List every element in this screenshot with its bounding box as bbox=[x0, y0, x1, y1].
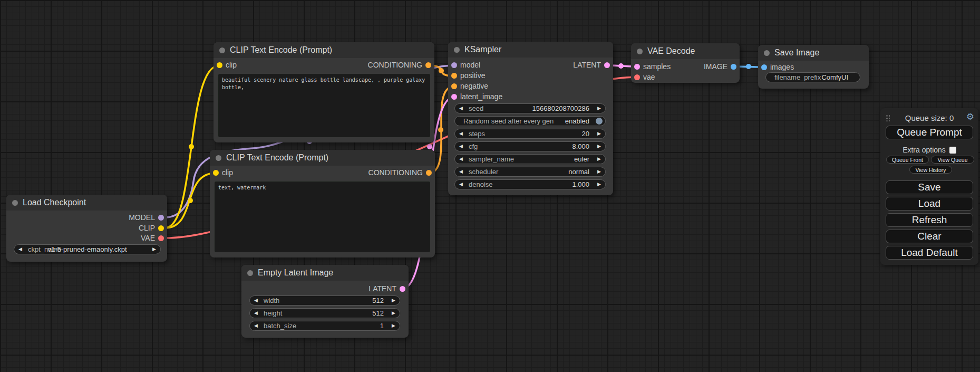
widget-label: scheduler bbox=[469, 167, 498, 176]
decrement-arrow-icon[interactable]: ◀ bbox=[459, 180, 463, 189]
decrement-arrow-icon[interactable]: ◀ bbox=[459, 155, 463, 164]
link-midpoint-dot[interactable] bbox=[746, 64, 751, 69]
collapse-dot-icon[interactable] bbox=[454, 47, 460, 53]
collapse-dot-icon[interactable] bbox=[216, 155, 221, 161]
increment-arrow-icon[interactable]: ▶ bbox=[597, 104, 601, 113]
node-title-bar[interactable]: Empty Latent Image bbox=[241, 265, 409, 281]
widget-sampler-name[interactable]: ◀ sampler_name euler ▶ bbox=[454, 154, 606, 164]
node-title-bar[interactable]: Load Checkpoint bbox=[6, 195, 167, 211]
output-port-vae[interactable] bbox=[158, 235, 164, 241]
node-load-checkpoint[interactable]: Load Checkpoint MODEL CLIP VAE ◀ ckpt_na… bbox=[6, 195, 167, 262]
node-title-bar[interactable]: CLIP Text Encode (Prompt) bbox=[210, 150, 435, 166]
widget-steps[interactable]: ◀ steps 20 ▶ bbox=[454, 129, 606, 139]
node-title-bar[interactable]: CLIP Text Encode (Prompt) bbox=[214, 42, 434, 58]
gear-icon[interactable]: ⚙ bbox=[966, 111, 974, 122]
output-label-vae: VAE bbox=[141, 235, 155, 242]
collapse-dot-icon[interactable] bbox=[247, 270, 253, 276]
increment-arrow-icon[interactable]: ▶ bbox=[392, 296, 395, 305]
node-clip-text-encode-positive[interactable]: CLIP Text Encode (Prompt) clip CONDITION… bbox=[214, 42, 434, 142]
link-midpoint-dot[interactable] bbox=[438, 127, 443, 132]
node-graph-canvas[interactable]: Load Checkpoint MODEL CLIP VAE ◀ ckpt_na… bbox=[0, 0, 980, 372]
output-port-clip[interactable] bbox=[158, 225, 164, 231]
increment-arrow-icon[interactable]: ▶ bbox=[597, 167, 601, 176]
link-midpoint-dot[interactable] bbox=[189, 144, 194, 149]
widget-width[interactable]: ◀ width 512 ▶ bbox=[249, 295, 400, 306]
node-title: VAE Decode bbox=[647, 46, 695, 56]
output-port-model[interactable] bbox=[158, 215, 164, 221]
input-port-negative[interactable] bbox=[451, 83, 457, 89]
link-midpoint-dot[interactable] bbox=[618, 63, 624, 69]
extra-options-label: Extra options bbox=[903, 146, 946, 154]
extra-options-checkbox[interactable] bbox=[949, 147, 956, 154]
node-title-bar[interactable]: VAE Decode bbox=[631, 43, 740, 59]
widget-ckpt-name[interactable]: ◀ ckpt_name v1-5-pruned-emaonly.ckpt ▶ bbox=[14, 244, 161, 254]
link-midpoint-dot[interactable] bbox=[427, 144, 432, 149]
decrement-arrow-icon[interactable]: ◀ bbox=[254, 321, 258, 330]
collapse-dot-icon[interactable] bbox=[12, 200, 18, 206]
decrement-arrow-icon[interactable]: ◀ bbox=[459, 129, 463, 138]
collapse-dot-icon[interactable] bbox=[637, 49, 643, 54]
widget-denoise[interactable]: ◀ denoise 1.000 ▶ bbox=[454, 179, 606, 189]
input-port-samples[interactable] bbox=[634, 64, 640, 70]
widget-seed[interactable]: ◀ seed 156680208700286 ▶ bbox=[454, 103, 606, 113]
input-port-images[interactable] bbox=[761, 64, 767, 70]
decrement-arrow-icon[interactable]: ◀ bbox=[459, 104, 463, 113]
node-title-bar[interactable]: KSampler bbox=[448, 42, 613, 58]
node-clip-text-encode-negative[interactable]: CLIP Text Encode (Prompt) clip CONDITION… bbox=[210, 150, 435, 257]
output-port-conditioning[interactable] bbox=[426, 170, 432, 176]
output-port-conditioning[interactable] bbox=[425, 62, 431, 68]
increment-arrow-icon[interactable]: ▶ bbox=[597, 180, 601, 189]
collapse-dot-icon[interactable] bbox=[764, 50, 770, 56]
prompt-textarea[interactable]: beautiful scenery nature glass bottle la… bbox=[218, 74, 430, 137]
refresh-button[interactable]: Refresh bbox=[886, 213, 973, 227]
input-port-model[interactable] bbox=[451, 62, 457, 68]
increment-arrow-icon[interactable]: ▶ bbox=[152, 245, 156, 254]
link-midpoint-dot[interactable] bbox=[188, 198, 193, 203]
link-midpoint-dot[interactable] bbox=[439, 68, 444, 73]
output-port-latent[interactable] bbox=[400, 286, 405, 292]
increment-arrow-icon[interactable]: ▶ bbox=[597, 129, 601, 138]
load-default-button[interactable]: Load Default bbox=[886, 246, 973, 260]
node-save-image[interactable]: Save Image images filename_prefix ComfyU… bbox=[758, 45, 869, 89]
save-button[interactable]: Save bbox=[886, 180, 973, 194]
input-port-positive[interactable] bbox=[451, 73, 457, 79]
queue-front-button[interactable]: Queue Front bbox=[886, 156, 929, 164]
increment-arrow-icon[interactable]: ▶ bbox=[597, 142, 601, 151]
queue-prompt-button[interactable]: Queue Prompt bbox=[886, 126, 973, 139]
decrement-arrow-icon[interactable]: ◀ bbox=[254, 309, 258, 318]
view-queue-button[interactable]: View Queue bbox=[931, 156, 974, 164]
widget-batch-size[interactable]: ◀ batch_size 1 ▶ bbox=[249, 321, 400, 331]
widget-cfg[interactable]: ◀ cfg 8.000 ▶ bbox=[454, 141, 606, 151]
widget-filename-prefix[interactable]: filename_prefix ComfyUI bbox=[765, 72, 860, 82]
widget-height[interactable]: ◀ height 512 ▶ bbox=[249, 308, 400, 318]
node-vae-decode[interactable]: VAE Decode samples vae IMAGE bbox=[631, 43, 740, 83]
decrement-arrow-icon[interactable]: ◀ bbox=[459, 167, 463, 176]
collapse-dot-icon[interactable] bbox=[219, 47, 225, 53]
increment-arrow-icon[interactable]: ▶ bbox=[392, 309, 395, 318]
node-title-bar[interactable]: Save Image bbox=[758, 45, 869, 61]
node-ksampler[interactable]: KSampler model positive negative latent_… bbox=[448, 42, 613, 195]
widget-scheduler[interactable]: ◀ scheduler normal ▶ bbox=[454, 167, 606, 177]
widget-random-seed-toggle[interactable]: Random seed after every gen enabled bbox=[454, 116, 606, 126]
output-port-image[interactable] bbox=[731, 64, 736, 70]
input-port-vae[interactable] bbox=[634, 74, 640, 80]
decrement-arrow-icon[interactable]: ◀ bbox=[254, 296, 258, 305]
input-port-latent-image[interactable] bbox=[451, 94, 457, 100]
input-port-clip[interactable] bbox=[217, 62, 222, 68]
toggle-dot-icon[interactable] bbox=[596, 118, 603, 125]
clear-button[interactable]: Clear bbox=[886, 230, 973, 243]
load-button[interactable]: Load bbox=[886, 197, 973, 211]
output-port-latent[interactable] bbox=[604, 62, 610, 68]
widget-label: filename_prefix bbox=[774, 73, 821, 82]
widget-value: enabled bbox=[565, 117, 589, 126]
widget-value: 1.000 bbox=[572, 180, 589, 189]
input-port-clip[interactable] bbox=[213, 170, 219, 176]
view-history-button[interactable]: View History bbox=[909, 166, 952, 174]
node-empty-latent-image[interactable]: Empty Latent Image LATENT ◀ width 512 ▶ … bbox=[241, 265, 409, 338]
decrement-arrow-icon[interactable]: ◀ bbox=[459, 142, 463, 151]
increment-arrow-icon[interactable]: ▶ bbox=[392, 321, 395, 330]
prompt-textarea[interactable]: text, watermark bbox=[215, 182, 430, 252]
increment-arrow-icon[interactable]: ▶ bbox=[597, 155, 601, 164]
input-label-model: model bbox=[460, 62, 480, 69]
output-label-image: IMAGE bbox=[704, 63, 727, 70]
